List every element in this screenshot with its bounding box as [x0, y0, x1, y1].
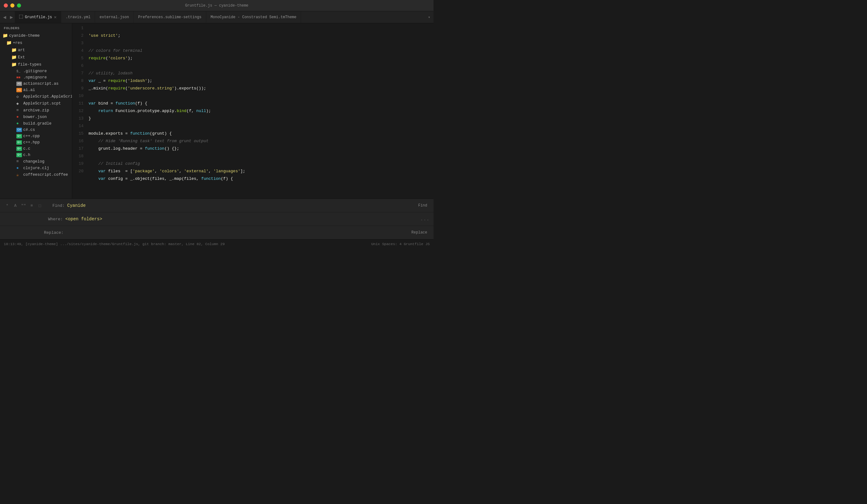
tab-label: Gruntfile.js — [25, 15, 52, 20]
sidebar-item-coffeescript[interactable]: ☕ coffeescript.coffee — [0, 171, 72, 178]
file-type-icon: ≡ — [16, 159, 22, 164]
sidebar-item-bower[interactable]: ● bower.json — [0, 114, 72, 120]
sidebar-item-npmignore[interactable]: ■■ .npmignore — [0, 74, 72, 81]
sidebar-item-ai[interactable]: Ai ai.ai — [0, 87, 72, 93]
sidebar-item-hpp[interactable]: G+ c++.hpp — [0, 139, 72, 146]
sidebar-item-ext[interactable]: 📁 Ext — [0, 54, 72, 61]
sidebar-item-gitignore[interactable]: $_ .gitignore — [0, 68, 72, 74]
sidebar-item-label: archive.zip — [23, 108, 49, 112]
file-type-icon: ◆ — [16, 101, 22, 106]
status-right: Unix Spaces: 4 Gruntfile JS — [371, 242, 430, 246]
sidebar-item-label: +res — [13, 41, 22, 45]
sidebar-item-label: Ext — [18, 55, 25, 60]
tab-nav-forward[interactable]: ▶ — [8, 11, 15, 23]
where-row: Where: ... — [0, 213, 434, 226]
file-type-icon: G+ — [16, 134, 22, 138]
titlebar: Gruntfile.js — cyanide-theme — [0, 0, 434, 11]
sidebar-item-cyanide-theme[interactable]: 📁 cyanide-theme — [0, 32, 72, 39]
file-type-icon: ≡ — [16, 108, 22, 112]
file-type-icon: ■■ — [16, 76, 22, 79]
sidebar-item-label: coffeescript.coffee — [23, 173, 68, 177]
find-context-button[interactable]: ⬚ — [36, 202, 43, 209]
sidebar-item-applescript[interactable]: ◇ AppleScript.AppleScript — [0, 93, 72, 100]
replace-row: Replace: Replace — [0, 226, 434, 239]
file-type-icon: ● — [16, 115, 22, 119]
find-label: Find: — [46, 203, 65, 208]
sidebar-item-applescript-scpt[interactable]: ◆ AppleScript.scpt — [0, 100, 72, 107]
file-type-icon: Ai — [16, 88, 22, 92]
sidebar-item-ch[interactable]: G+ c.h — [0, 152, 72, 158]
sidebar-item-clojure[interactable]: ● clojure.clj — [0, 165, 72, 171]
find-input[interactable] — [67, 203, 413, 208]
sidebar-item-label: file-types — [18, 63, 41, 67]
close-button[interactable] — [4, 3, 8, 8]
tab-monocyanide[interactable]: MonoCyanide - Constrasted Semi.tmTheme — [206, 11, 301, 23]
sidebar-item-label: c.c — [23, 147, 31, 151]
find-button[interactable]: Find — [416, 202, 430, 209]
sidebar-header: FOLDERS — [0, 23, 72, 32]
sidebar-item-res[interactable]: 📁 +res — [0, 39, 72, 46]
sidebar-item-label: ai.ai — [23, 88, 35, 92]
sidebar-item-label: .gitignore — [23, 69, 47, 73]
tab-dropdown-button[interactable]: ▾ — [425, 11, 434, 23]
sidebar-item-label: art — [18, 48, 25, 52]
sidebar-item-actionscript[interactable]: AS actionscript.as — [0, 81, 72, 87]
tab-label: Preferences.sublime-settings — [138, 15, 202, 20]
file-type-icon: ● — [16, 121, 22, 126]
sidebar-item-label: c.h — [23, 153, 31, 157]
sidebar-item-label: changelog — [23, 159, 45, 164]
sidebar-item-archive[interactable]: ≡ archive.zip — [0, 107, 72, 114]
sidebar-item-label: bower.json — [23, 115, 47, 119]
sidebar: FOLDERS 📁 cyanide-theme 📁 +res 📁 art 📁 E… — [0, 23, 72, 199]
find-case-button[interactable]: A — [12, 202, 19, 209]
file-type-icon: G+ — [16, 153, 22, 157]
folder-icon: 📁 — [6, 40, 12, 45]
sidebar-item-art[interactable]: 📁 art — [0, 46, 72, 54]
find-wrap-button[interactable]: ≡ — [28, 202, 35, 209]
sidebar-item-label: c++.hpp — [23, 140, 40, 145]
folder-icon: 📁 — [11, 55, 17, 60]
sidebar-item-file-types[interactable]: 📁 file-types — [0, 61, 72, 68]
file-type-icon: G+ — [16, 147, 22, 151]
replace-label: Replace: — [44, 230, 63, 235]
find-options: * A "" ≡ ⬚ — [4, 202, 43, 209]
window-controls[interactable] — [4, 3, 21, 8]
status-bar: 18:13:49, [cyanide-theme] .../sites/cyan… — [0, 239, 434, 248]
sidebar-item-changelog[interactable]: ≡ changelog — [0, 158, 72, 165]
folder-icon: 📁 — [2, 33, 8, 38]
minimize-button[interactable] — [10, 3, 14, 8]
where-ellipsis[interactable]: ... — [421, 217, 430, 222]
sidebar-item-cs[interactable]: C# c#.cs — [0, 127, 72, 133]
tab-preferences[interactable]: Preferences.sublime-settings — [134, 11, 206, 23]
find-regex-button[interactable]: * — [4, 202, 11, 209]
tab-nav-back[interactable]: ◀ — [1, 11, 8, 23]
where-input[interactable] — [65, 216, 418, 222]
find-word-button[interactable]: "" — [20, 202, 27, 209]
sidebar-item-cc[interactable]: G+ c.c — [0, 146, 72, 152]
tab-gruntfile[interactable]: Gruntfile.js ✕ — [15, 11, 61, 23]
file-type-icon: G+ — [16, 140, 22, 145]
code-editor[interactable]: 12345 678910 1112131415 1617181920 'use … — [72, 23, 434, 199]
replace-input[interactable] — [66, 230, 406, 235]
file-type-icon: C# — [16, 128, 22, 132]
sidebar-item-build-gradle[interactable]: ● build.gradle — [0, 120, 72, 127]
sidebar-item-cpp[interactable]: G+ c++.cpp — [0, 133, 72, 139]
sidebar-item-label: c++.cpp — [23, 134, 40, 138]
sidebar-item-label: cyanide-theme — [9, 34, 40, 38]
replace-button[interactable]: Replace — [409, 229, 430, 236]
sidebar-item-label: AppleScript.scpt — [23, 101, 61, 106]
sidebar-item-label: clojure.clj — [23, 166, 49, 170]
code-area: 12345 678910 1112131415 1617181920 'use … — [72, 23, 434, 199]
file-type-icon: ◇ — [16, 94, 22, 99]
tab-external[interactable]: external.json — [95, 11, 134, 23]
maximize-button[interactable] — [17, 3, 21, 8]
window-title: Gruntfile.js — cyanide-theme — [185, 3, 249, 8]
tab-travis[interactable]: .travis.yml — [61, 11, 95, 23]
tab-label: .travis.yml — [66, 15, 90, 20]
folder-icon: 📁 — [11, 47, 17, 53]
tab-close-icon[interactable]: ✕ — [54, 15, 56, 20]
folder-icon: 📁 — [11, 62, 17, 67]
code-content[interactable]: 'use strict'; // colors for terminal req… — [86, 24, 434, 197]
file-type-icon: AS — [16, 82, 22, 86]
file-type-icon: $_ — [16, 69, 22, 73]
